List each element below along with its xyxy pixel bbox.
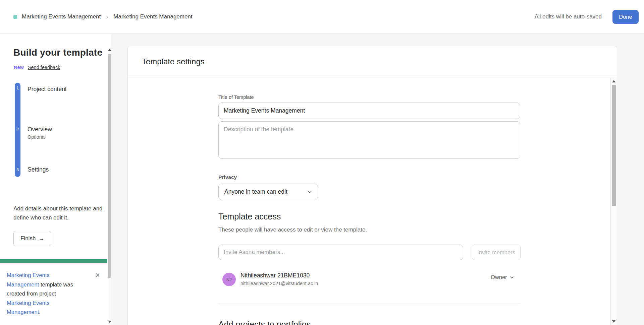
project-color-icon — [13, 15, 17, 19]
chevron-down-icon — [510, 275, 514, 279]
breadcrumb-parent[interactable]: Marketing Events Management — [22, 13, 101, 20]
close-icon[interactable]: × — [95, 272, 100, 278]
done-button[interactable]: Done — [612, 10, 639, 24]
step-1-number: 1 — [15, 85, 20, 91]
card-header: Template settings — [128, 46, 617, 77]
step-overview[interactable]: Overview — [28, 126, 52, 133]
arrow-right-icon: → — [39, 235, 44, 242]
template-access-description: These people will have access to edit or… — [218, 226, 367, 233]
privacy-dropdown[interactable]: Anyone in team can edit — [218, 184, 318, 200]
invite-members-input[interactable] — [218, 245, 463, 260]
chevron-right-icon: › — [105, 13, 109, 20]
scroll-down-arrow[interactable] — [612, 320, 615, 323]
member-email: nithileashwar.2021@vitstudent.ac.in — [240, 281, 318, 286]
chevron-down-icon — [308, 190, 312, 194]
breadcrumb-current[interactable]: Marketing Events Management — [113, 13, 192, 20]
member-row: N2 Nithileashwar 21BME1030 nithileashwar… — [218, 271, 520, 290]
new-badge: New — [14, 65, 24, 70]
toast-project-link[interactable]: Marketing Events Management — [7, 300, 49, 315]
scroll-up-arrow[interactable] — [108, 49, 111, 51]
add-projects-to-portfolios-heading: Add projects to portfolios — [218, 320, 311, 325]
sidebar-scrollbar-thumb[interactable] — [108, 54, 111, 278]
scroll-up-arrow[interactable] — [612, 80, 615, 82]
member-name: Nithileashwar 21BME1030 — [240, 272, 310, 279]
toast-message-period: . — [39, 309, 41, 315]
top-bar: Marketing Events Management › Marketing … — [0, 0, 644, 34]
breadcrumb: Marketing Events Management › Marketing … — [13, 0, 193, 34]
template-settings-card: Template settings Title of Template Priv… — [127, 46, 617, 325]
template-description-textarea[interactable] — [218, 121, 520, 159]
toast-message: Marketing Events Management template was… — [7, 271, 79, 317]
scroll-down-arrow[interactable] — [108, 321, 111, 323]
step-settings[interactable]: Settings — [28, 166, 49, 173]
build-template-sidebar: Build your template New Send feedback 1 … — [0, 34, 111, 325]
template-created-toast: Marketing Events Management template was… — [0, 259, 107, 324]
toast-accent-bar — [0, 259, 107, 263]
step-overview-optional: Optional — [28, 134, 46, 140]
invite-members-button[interactable]: Invite members — [472, 245, 521, 260]
sidebar-title: Build your template — [13, 47, 102, 58]
member-role-dropdown[interactable]: Owner — [491, 274, 514, 280]
step-3-number: 3 — [15, 167, 20, 173]
member-role-value: Owner — [491, 274, 507, 280]
page-title: Template settings — [142, 57, 205, 66]
section-divider — [218, 304, 520, 304]
privacy-label: Privacy — [218, 174, 237, 180]
finish-button-label: Finish — [20, 235, 36, 242]
sidebar-helper-text: Add details about this template and defi… — [13, 204, 103, 222]
finish-button[interactable]: Finish → — [13, 231, 51, 246]
step-project-content[interactable]: Project content — [28, 86, 67, 93]
autosave-status: All edits will be auto-saved — [535, 0, 602, 34]
privacy-selected-value: Anyone in team can edit — [224, 188, 287, 195]
main-scrollbar-thumb[interactable] — [612, 85, 616, 206]
title-field-label: Title of Template — [218, 94, 254, 100]
step-2-number: 2 — [15, 126, 20, 133]
send-feedback-link[interactable]: Send feedback — [28, 65, 60, 70]
template-access-heading: Template access — [218, 212, 281, 221]
template-title-input[interactable] — [218, 103, 520, 119]
sidebar-scrollbar[interactable] — [108, 47, 111, 325]
main-scrollbar[interactable] — [610, 78, 617, 325]
avatar: N2 — [222, 273, 236, 286]
